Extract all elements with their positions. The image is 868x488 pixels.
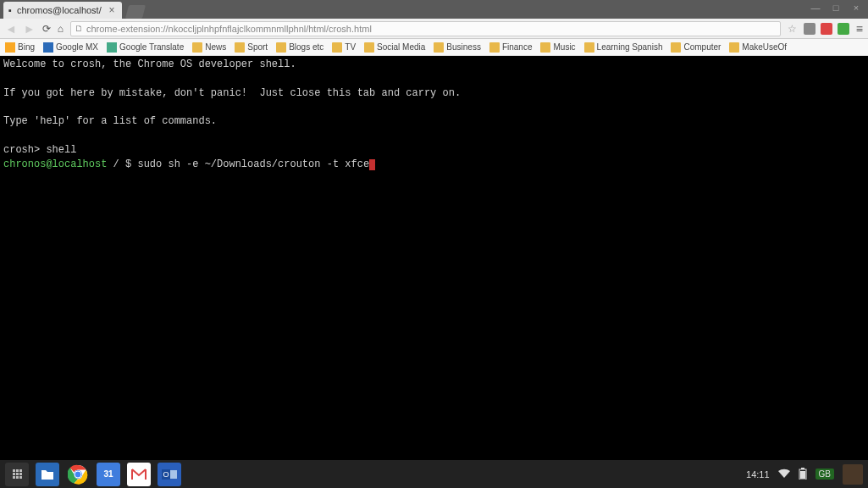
bookmark-folder-sport[interactable]: Sport: [235, 42, 268, 53]
terminal-prompt: crosh> shell: [3, 143, 865, 158]
minimize-button[interactable]: —: [810, 3, 821, 13]
svg-rect-7: [170, 470, 177, 479]
tab-close-icon[interactable]: ×: [107, 5, 117, 15]
prompt-command: sudo sh -e ~/Downloads/crouton -t xfce: [137, 158, 369, 170]
outlook-icon: O: [162, 468, 177, 481]
bookmark-folder-news[interactable]: News: [192, 42, 226, 53]
back-button[interactable]: ◄: [5, 22, 17, 36]
user-avatar[interactable]: [843, 464, 863, 485]
bookmark-bing[interactable]: Bing: [5, 42, 35, 53]
new-tab-button[interactable]: [125, 5, 146, 19]
extension-icon-3[interactable]: [838, 23, 849, 35]
bookmark-bar: Bing Google MX Google Translate News Spo…: [0, 39, 868, 56]
svg-rect-10: [800, 471, 805, 479]
tab-title: chromos@localhost/: [17, 5, 102, 15]
bookmark-folder-blogs[interactable]: Blogs etc: [276, 42, 323, 53]
close-window-button[interactable]: ×: [851, 3, 861, 13]
extension-icon-2[interactable]: [821, 23, 832, 35]
prompt-user: chronos@localhost: [3, 158, 107, 170]
chrome-logo-icon: [68, 464, 88, 485]
extension-icon-1[interactable]: [804, 23, 815, 35]
window-controls: — □ ×: [810, 3, 861, 13]
bookmark-folder-tv[interactable]: TV: [332, 42, 356, 53]
bookmark-folder-finance[interactable]: Finance: [489, 42, 533, 53]
terminal-line: Welcome to crosh, the Chrome OS develope…: [3, 58, 865, 72]
reload-button[interactable]: ⟳: [42, 23, 51, 35]
bookmark-folder-business[interactable]: Business: [434, 42, 481, 53]
bookmark-folder-computer[interactable]: Computer: [671, 42, 721, 53]
bookmark-folder-learning-spanish[interactable]: Learning Spanish: [584, 42, 663, 53]
app-launcher-button[interactable]: [5, 463, 29, 486]
terminal-prompt: chronos@localhost / $ sudo sh -e ~/Downl…: [3, 158, 865, 172]
bookmark-google-translate[interactable]: Google Translate: [107, 42, 184, 53]
page-icon: 🗋: [75, 24, 83, 33]
bookmark-star-icon[interactable]: ☆: [788, 23, 797, 35]
launcher-grid-icon: [13, 469, 22, 479]
chromeos-shelf: 31 O 14:11 GB: [0, 460, 868, 488]
bookmark-folder-makeuseof[interactable]: MakeUseOf: [729, 42, 787, 53]
url-text: chrome-extension://nkoccljplnhpfnflajclk…: [86, 24, 372, 34]
gmail-app-icon[interactable]: [127, 463, 151, 486]
browser-tab[interactable]: ▪ chromos@localhost/ ×: [3, 2, 122, 19]
envelope-icon: [131, 469, 147, 480]
svg-rect-9: [801, 468, 804, 469]
svg-text:O: O: [163, 470, 169, 479]
terminal-line: If you got here by mistake, don't panic!…: [3, 86, 865, 101]
terminal-line: Type 'help' for a list of commands.: [3, 114, 865, 129]
tab-favicon: ▪: [8, 5, 12, 15]
browser-menu-icon[interactable]: ≡: [856, 22, 863, 36]
chrome-app-icon[interactable]: [66, 463, 90, 486]
battery-icon: [799, 468, 807, 481]
crosh-terminal[interactable]: Welcome to crosh, the Chrome OS develope…: [0, 56, 868, 460]
wifi-icon: [778, 469, 790, 480]
bookmark-folder-music[interactable]: Music: [540, 42, 575, 53]
calendar-app-icon[interactable]: 31: [97, 463, 120, 486]
browser-nav-bar: ◄ ► ⟳ ⌂ 🗋 chrome-extension://nkoccljplnh…: [0, 19, 868, 39]
outlook-app-icon[interactable]: O: [158, 463, 181, 486]
system-tray[interactable]: 14:11 GB: [746, 464, 863, 485]
clock: 14:11: [746, 469, 770, 480]
bookmark-folder-social[interactable]: Social Media: [364, 42, 425, 53]
forward-button[interactable]: ►: [24, 22, 36, 36]
browser-tab-bar: ▪ chromos@localhost/ × — □ ×: [0, 0, 868, 19]
home-button[interactable]: ⌂: [58, 23, 64, 35]
files-app-icon[interactable]: [36, 463, 59, 486]
maximize-button[interactable]: □: [831, 3, 841, 13]
language-indicator: GB: [815, 469, 834, 480]
bookmark-google-mx[interactable]: Google MX: [43, 42, 98, 53]
extension-icons: [804, 23, 849, 35]
cursor-icon: [369, 159, 375, 170]
folder-icon: [41, 469, 54, 480]
prompt-path: / $: [107, 158, 137, 170]
address-bar[interactable]: 🗋 chrome-extension://nkoccljplnhpfnflajc…: [70, 21, 781, 36]
